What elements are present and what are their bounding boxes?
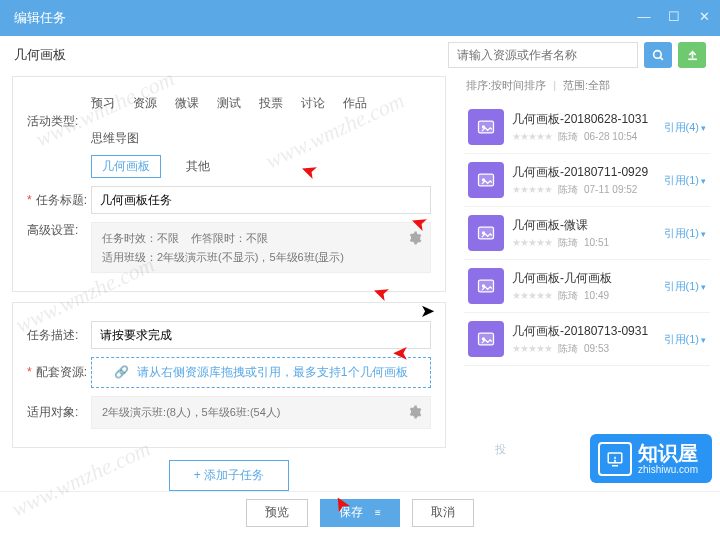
resource-title: 几何画板-20180711-0929 [512, 164, 656, 181]
rating-stars: ★★★★★ [512, 131, 552, 142]
svg-rect-2 [479, 121, 494, 133]
search-input[interactable] [448, 42, 638, 68]
resource-time: 06-28 10:54 [584, 131, 637, 142]
resource-item[interactable]: 几何画板-20180628-1031★★★★★陈琦06-28 10:54引用(4… [464, 101, 710, 154]
chevron-down-icon: ▾ [701, 123, 706, 133]
resource-body: 几何画板-20180711-0929★★★★★陈琦07-11 09:52 [512, 164, 656, 197]
rating-stars: ★★★★★ [512, 290, 552, 301]
quote-button[interactable]: 引用(1)▾ [664, 332, 706, 347]
advanced-line1b: 作答限时：不限 [191, 232, 268, 244]
activity-type-label: 活动类型: [27, 113, 91, 130]
resource-dropzone[interactable]: 🔗 请从右侧资源库拖拽或引用，最多支持1个几何画板 [91, 357, 431, 388]
quote-button[interactable]: 引用(4)▾ [664, 120, 706, 135]
gear-icon[interactable] [408, 231, 422, 251]
tab-discuss[interactable]: 讨论 [301, 95, 325, 112]
resource-item[interactable]: 几何画板-20180711-0929★★★★★陈琦07-11 09:52引用(1… [464, 154, 710, 207]
right-pane: 排序:按时间排序 | 范围:全部 几何画板-20180628-1031★★★★★… [458, 72, 720, 491]
tab-vote[interactable]: 投票 [259, 95, 283, 112]
tab-mindmap[interactable]: 思维导图 [91, 130, 139, 147]
tab-test[interactable]: 测试 [217, 95, 241, 112]
desc-label: 任务描述: [27, 327, 91, 344]
resource-time: 07-11 09:52 [584, 184, 637, 195]
quote-button[interactable]: 引用(1)▾ [664, 173, 706, 188]
upload-icon [686, 49, 699, 62]
minimize-icon[interactable]: — [636, 10, 652, 26]
resource-meta: ★★★★★陈琦06-28 10:54 [512, 130, 656, 144]
footer: 预览 保存≡ 取消 [0, 491, 720, 533]
resource-author: 陈琦 [558, 236, 578, 250]
advanced-line2: 适用班级：2年级演示班(不显示)，5年级6班(显示) [102, 251, 344, 263]
quote-button[interactable]: 引用(1)▾ [664, 279, 706, 294]
svg-rect-11 [479, 280, 494, 292]
svg-rect-8 [479, 227, 494, 239]
left-pane: 活动类型: 预习 资源 微课 测试 投票 讨论 作品 思维导图 几何画板 其他 … [0, 72, 458, 491]
resource-type-icon [468, 109, 504, 145]
add-subtask-button[interactable]: + 添加子任务 [169, 460, 289, 491]
quote-button[interactable]: 引用(1)▾ [664, 226, 706, 241]
tab-resource[interactable]: 资源 [133, 95, 157, 112]
link-icon: 🔗 [114, 365, 129, 379]
resource-label: 配套资源: [27, 364, 91, 381]
advanced-line1a: 任务时效：不限 [102, 232, 179, 244]
resource-time: 10:49 [584, 290, 609, 301]
resource-title: 几何画板-几何画板 [512, 270, 656, 287]
resource-title: 几何画板-20180628-1031 [512, 111, 656, 128]
activity-tabs: 预习 资源 微课 测试 投票 讨论 作品 思维导图 [91, 95, 431, 147]
resource-meta: ★★★★★陈琦09:53 [512, 342, 656, 356]
filter-scope[interactable]: 范围:全部 [563, 79, 610, 91]
resource-list: 几何画板-20180628-1031★★★★★陈琦06-28 10:54引用(4… [464, 101, 710, 366]
resource-item[interactable]: 几何画板-微课★★★★★陈琦10:51引用(1)▾ [464, 207, 710, 260]
chevron-down-icon: ▾ [701, 176, 706, 186]
tab-micro[interactable]: 微课 [175, 95, 199, 112]
resource-title: 几何画板-微课 [512, 217, 656, 234]
filter-sort[interactable]: 排序:按时间排序 [466, 79, 546, 91]
resource-item[interactable]: 几何画板-20180713-0931★★★★★陈琦09:53引用(1)▾ [464, 313, 710, 366]
resource-author: 陈琦 [558, 289, 578, 303]
window-controls: — ☐ ✕ [636, 10, 712, 26]
brand-badge: 知识屋 zhishiwu.com [590, 434, 712, 483]
resource-body: 几何画板-微课★★★★★陈琦10:51 [512, 217, 656, 250]
resource-time: 10:51 [584, 237, 609, 248]
resource-body: 几何画板-几何画板★★★★★陈琦10:49 [512, 270, 656, 303]
pill-other[interactable]: 其他 [175, 155, 221, 178]
brand-name: 知识屋 [638, 442, 698, 464]
searchbar [448, 42, 706, 68]
resource-meta: ★★★★★陈琦07-11 09:52 [512, 183, 656, 197]
subheader: 几何画板 [0, 36, 720, 72]
preview-button[interactable]: 预览 [246, 499, 308, 527]
close-icon[interactable]: ✕ [696, 10, 712, 26]
cancel-button[interactable]: 取消 [412, 499, 474, 527]
search-icon [652, 49, 665, 62]
maximize-icon[interactable]: ☐ [666, 10, 682, 26]
target-value: 2年级演示班:(8人)，5年级6班:(54人) [102, 406, 280, 418]
resource-type-icon [468, 215, 504, 251]
recommend-label: 投 [495, 442, 506, 457]
card-details: 任务描述: 配套资源: 🔗 请从右侧资源库拖拽或引用，最多支持1个几何画板 适用… [12, 302, 446, 448]
tab-works[interactable]: 作品 [343, 95, 367, 112]
card-activity: 活动类型: 预习 资源 微课 测试 投票 讨论 作品 思维导图 几何画板 其他 … [12, 76, 446, 292]
resource-hint: 请从右侧资源库拖拽或引用，最多支持1个几何画板 [137, 365, 408, 379]
save-button[interactable]: 保存≡ [320, 499, 400, 527]
pill-geometry[interactable]: 几何画板 [91, 155, 161, 178]
filter-line: 排序:按时间排序 | 范围:全部 [466, 78, 710, 93]
resource-author: 陈琦 [558, 183, 578, 197]
resource-author: 陈琦 [558, 342, 578, 356]
search-button[interactable] [644, 42, 672, 68]
task-title-input[interactable] [91, 186, 431, 214]
target-box: 2年级演示班:(8人)，5年级6班:(54人) [91, 396, 431, 429]
upload-button[interactable] [678, 42, 706, 68]
target-label: 适用对象: [27, 404, 91, 421]
desc-input[interactable] [91, 321, 431, 349]
chevron-down-icon: ▾ [701, 335, 706, 345]
rating-stars: ★★★★★ [512, 343, 552, 354]
tab-preview[interactable]: 预习 [91, 95, 115, 112]
gear-icon-2[interactable] [408, 405, 422, 425]
subheader-title: 几何画板 [14, 46, 66, 64]
resource-body: 几何画板-20180628-1031★★★★★陈琦06-28 10:54 [512, 111, 656, 144]
resource-item[interactable]: 几何画板-几何画板★★★★★陈琦10:49引用(1)▾ [464, 260, 710, 313]
resource-type-icon [468, 321, 504, 357]
chevron-down-icon: ▾ [701, 229, 706, 239]
resource-title: 几何画板-20180713-0931 [512, 323, 656, 340]
window-title: 编辑任务 [14, 9, 66, 27]
svg-line-1 [660, 57, 663, 60]
